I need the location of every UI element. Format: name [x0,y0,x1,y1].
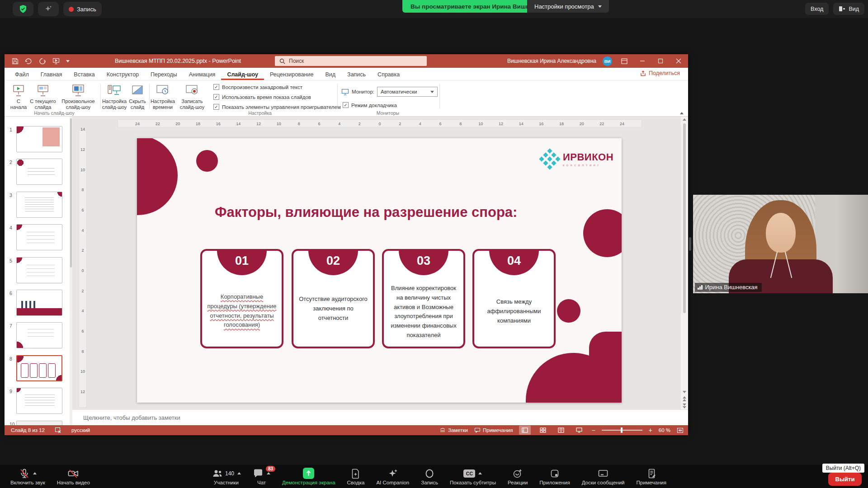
factor-card-02[interactable]: 02Отсутствие аудиторского заключения по … [292,249,375,348]
toolbar-apps-button[interactable]: Приложения [533,466,576,485]
notes-pane[interactable]: Щелкните, чтобы добавить заметки [72,409,688,425]
slide-thumbnail-3[interactable] [16,192,62,218]
tab-file[interactable]: Файл [9,68,35,80]
leave-button[interactable]: Выйти [828,473,862,486]
scroll-down-icon[interactable] [683,391,686,393]
chevron-up-icon[interactable] [267,472,270,474]
accessibility-icon[interactable] [55,427,61,433]
previous-slide-button[interactable] [683,395,686,402]
toolbar-share-screen-button[interactable]: Демонстрация экрана [276,466,341,485]
slide-thumbnail-9[interactable] [16,388,62,414]
toolbar-participants-button[interactable]: 140Участники [206,466,247,485]
setup-slideshow-button[interactable]: Настройка слайд-шоу [101,83,127,111]
zoom-toolbar: Включить звукНачать видео 140УчастникиЧа… [0,465,868,488]
ruler-number: 6 [79,208,86,212]
factor-card-04[interactable]: 04Связь между аффилированными компаниями [472,249,556,348]
toolbar-video-button[interactable]: Начать видео [51,466,96,485]
ribbon-checkbox-2[interactable]: ✓Показать элементы управления проигрыват… [213,104,341,110]
toolbar-record-button[interactable]: Запись [415,466,444,485]
slide-thumbnail-8[interactable] [16,355,62,381]
account-name[interactable]: Вишневская Ирина Александровна [507,58,596,64]
toolbar-summary-button[interactable]: Сводка [341,466,371,485]
recording-indicator[interactable]: Запись [63,2,102,16]
presenter-mode-checkbox[interactable]: ✓ Режим докладчика [343,102,397,108]
zoom-out-button[interactable]: − [591,427,595,434]
undo-icon[interactable] [25,58,33,65]
view-mode-button[interactable]: Вид [833,3,864,15]
ppt-share-button[interactable]: Поделиться [640,70,680,76]
chevron-up-icon[interactable] [237,472,241,474]
tab-запись[interactable]: Запись [341,68,372,80]
toolbar-annotations-button[interactable]: Примечания [631,466,672,485]
slide-thumbnail-6[interactable] [16,290,62,316]
slide-sorter-view-button[interactable] [537,426,549,435]
redo-icon[interactable] [39,58,46,65]
zoom-level[interactable]: 60 % [659,427,670,433]
fit-to-window-icon[interactable] [677,427,684,433]
next-slide-button[interactable] [683,402,686,409]
comments-toggle[interactable]: Примечания [474,427,513,433]
factor-card-03[interactable]: 03Влияние корректировок на величину чист… [382,249,465,348]
toolbar-captions-button[interactable]: CCПоказать субтитры [444,466,502,485]
view-options-button[interactable]: Настройки просмотра [527,0,609,13]
slide-thumbnail-1[interactable] [16,126,62,152]
toolbar-whiteboards-button[interactable]: Доски сообщений [576,466,631,485]
close-icon[interactable] [673,56,684,66]
slide-canvas[interactable]: ИРВИКОН консалтинг Факторы, влияющие на … [137,138,622,403]
ruler-number: 12 [79,389,86,394]
notes-toggle[interactable]: Заметки [439,427,468,433]
start-slideshow-icon[interactable] [52,58,60,65]
webcam-video[interactable]: Ирина Вишневская [693,195,868,293]
zoom-in-button[interactable]: + [649,427,652,434]
qat-customize-icon[interactable] [66,60,70,62]
sign-in-button[interactable]: Вход [805,3,829,15]
tab-вид[interactable]: Вид [319,68,341,80]
tab-главная[interactable]: Главная [35,68,68,80]
slide-thumbnail-4[interactable] [16,224,62,250]
slideshow-view-button[interactable] [573,426,585,435]
security-shield-button[interactable] [13,2,33,16]
factor-card-01[interactable]: 01Корпоративные процедуры (утверждение о… [200,249,283,348]
vertical-scrollbar[interactable] [681,117,688,409]
scroll-up-icon[interactable] [683,118,686,121]
hide-slide-button[interactable]: Скрыть слайд [127,83,147,111]
account-avatar[interactable]: ВИ [603,56,612,66]
ai-sparkle-button[interactable] [38,2,59,16]
reading-view-button[interactable] [555,426,567,435]
from-current-slide-button[interactable]: С текущего слайда [29,83,57,111]
tab-рецензирование[interactable]: Рецензирование [264,68,320,80]
tab-справка[interactable]: Справка [372,68,406,80]
slide-thumbnail-5[interactable] [16,257,62,283]
toolbar-chat-button[interactable]: Чат83 [247,466,276,485]
record-slideshow-button[interactable]: Записать слайд-шоу [176,83,208,111]
minimize-icon[interactable] [637,56,648,66]
ribbon-checkbox-0[interactable]: ✓Воспроизвести закадровый текст [213,84,302,90]
slide-thumbnail-2[interactable] [16,159,62,185]
tab-конструктор[interactable]: Конструктор [101,68,145,80]
language-indicator[interactable]: русский [71,427,90,433]
zoom-slider[interactable] [602,430,642,431]
ribbon-display-options-icon[interactable] [618,56,630,66]
tab-слайд-шоу[interactable]: Слайд-шоу [221,68,264,80]
save-icon[interactable] [12,58,19,65]
from-beginning-button[interactable]: С начала [8,83,29,111]
chevron-up-icon[interactable] [33,472,37,474]
slide-thumbnail-10[interactable] [16,421,62,425]
toolbar-reactions-button[interactable]: Реакции [502,466,533,485]
maximize-icon[interactable] [655,56,666,66]
ribbon-checkbox-1[interactable]: ✓Использовать время показа слайдов [213,94,311,100]
collapse-ribbon-icon[interactable] [680,112,684,114]
monitor-select[interactable]: Автоматически [377,87,438,97]
chevron-up-icon[interactable] [478,472,482,474]
custom-slideshow-button[interactable]: Произвольное слайд-шоу [58,83,99,111]
search-box[interactable]: Поиск [275,56,427,66]
normal-view-button[interactable] [519,426,531,435]
slide-thumbnail-7[interactable] [16,322,62,348]
rehearse-timings-button[interactable]: Настройка времени [150,83,175,111]
tab-переходы[interactable]: Переходы [145,68,183,80]
toolbar-mute-button[interactable]: Включить звук [5,466,51,485]
tab-анимация[interactable]: Анимация [183,68,222,80]
toolbar-ai-companion-button[interactable]: AI Companion [370,466,415,485]
tab-вставка[interactable]: Вставка [68,68,100,80]
webcam-resize-handle[interactable] [689,237,691,251]
